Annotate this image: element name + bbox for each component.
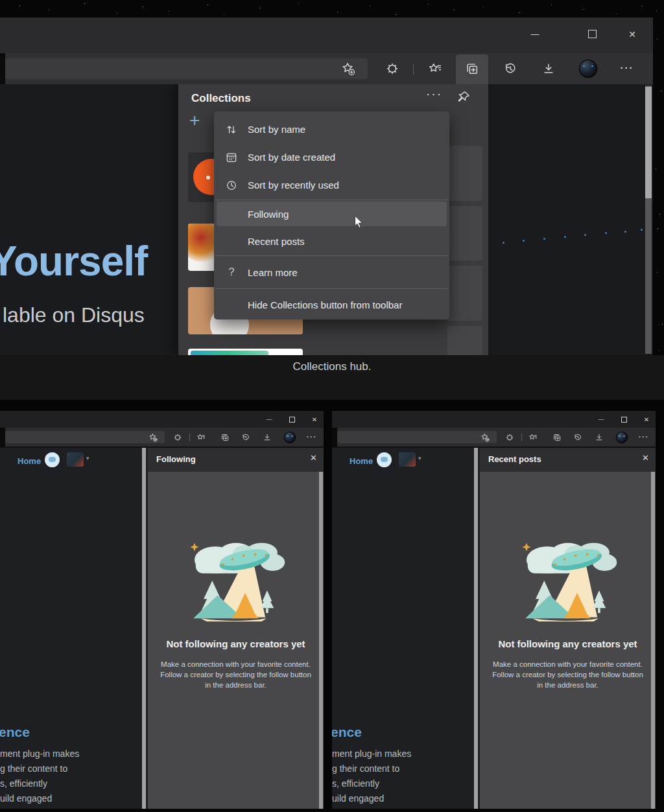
collections-icon (220, 433, 230, 442)
add-favorite-button[interactable] (480, 433, 490, 442)
menu-item-hide-collections[interactable]: Hide Collections button from toolbar (214, 290, 449, 319)
close-icon: ✕ (312, 416, 317, 423)
chevron-down-icon[interactable]: ▾ (86, 455, 89, 461)
browser-toolbar: ··· (0, 428, 324, 447)
webpage-content: Yourself lable on Disqus Collections ··· (0, 84, 653, 355)
settings-more-button[interactable]: ··· (305, 432, 318, 441)
page-scrollbar[interactable] (474, 448, 478, 809)
menu-item-sort-by-recent[interactable]: Sort by recently used (214, 171, 449, 199)
user-avatar[interactable] (399, 452, 416, 467)
avatar-glint (291, 435, 293, 437)
history-icon (241, 433, 250, 442)
extensions-button[interactable] (505, 433, 514, 442)
collection-card[interactable] (447, 146, 482, 201)
webpage-content: Home ▾ ence ment plug-in makes g their c… (0, 448, 148, 809)
maximize-icon (289, 417, 295, 423)
collections-more-button[interactable]: ··· (426, 87, 442, 101)
collection-card[interactable] (447, 326, 482, 355)
menu-item-label: Sort by name (248, 124, 305, 135)
home-link[interactable]: Home (18, 456, 41, 466)
maximize-icon (621, 417, 627, 423)
close-icon: ✕ (310, 453, 317, 463)
page-scrollbar[interactable] (142, 448, 146, 809)
add-favorite-button[interactable] (341, 62, 355, 76)
add-favorite-button[interactable] (148, 433, 158, 442)
comment-bubble-icon[interactable] (377, 452, 392, 467)
maximize-button[interactable] (283, 411, 300, 428)
chevron-down-icon[interactable]: ▾ (418, 455, 421, 461)
history-icon (573, 433, 582, 442)
panel-scrollbar[interactable] (319, 472, 323, 809)
sort-arrows-icon (224, 122, 239, 137)
panel-empty-state: Not following any creators yet Make a co… (480, 472, 656, 809)
panel-close-button[interactable]: ✕ (642, 453, 649, 463)
collections-button[interactable] (552, 433, 562, 442)
profile-avatar[interactable] (579, 60, 597, 78)
close-button[interactable]: ✕ (306, 411, 323, 428)
panel-close-button[interactable]: ✕ (310, 453, 317, 463)
extensions-button[interactable] (173, 433, 182, 442)
page-text-line: uild engaged (332, 793, 384, 804)
maximize-button[interactable] (579, 29, 605, 41)
panel-scrollbar[interactable] (651, 472, 655, 809)
user-avatar[interactable] (67, 452, 84, 467)
close-button[interactable]: ✕ (619, 29, 645, 40)
comment-bubble-icon[interactable] (45, 452, 60, 467)
plus-icon: + (189, 110, 200, 130)
menu-item-learn-more[interactable]: ? Learn more (214, 257, 449, 288)
history-button[interactable] (241, 433, 250, 442)
menu-separator (215, 255, 448, 256)
more-icon: ··· (307, 434, 317, 441)
profile-avatar[interactable] (284, 432, 296, 443)
more-icon: ··· (621, 62, 634, 73)
home-link[interactable]: Home (350, 456, 373, 466)
extensions-button[interactable] (385, 62, 399, 76)
maximize-icon (588, 30, 597, 38)
toolbar-left-edge (332, 428, 337, 447)
collection-card[interactable] (447, 266, 482, 321)
mouse-cursor (354, 215, 364, 229)
panel-title: Recent posts (488, 454, 541, 464)
menu-item-label: Following (248, 209, 289, 220)
pin-panel-button[interactable] (456, 89, 471, 105)
downloads-button[interactable] (263, 433, 272, 442)
address-bar[interactable] (5, 431, 165, 443)
history-button[interactable] (503, 62, 517, 76)
menu-item-sort-by-date[interactable]: Sort by date created (214, 143, 449, 171)
page-scrollbar-thumb[interactable] (645, 87, 652, 198)
calendar-icon (224, 150, 239, 165)
collections-icon (465, 62, 479, 76)
settings-more-button[interactable]: ··· (637, 432, 650, 441)
downloads-button[interactable] (595, 433, 604, 442)
favorites-button[interactable] (196, 433, 206, 442)
close-button[interactable]: ✕ (638, 411, 655, 428)
collections-button[interactable] (465, 62, 479, 76)
address-bar[interactable] (5, 58, 368, 79)
favorites-button[interactable] (528, 433, 538, 442)
settings-more-button[interactable]: ··· (617, 60, 637, 75)
address-bar[interactable] (337, 431, 497, 443)
collection-card[interactable] (447, 206, 482, 261)
maximize-button[interactable] (615, 411, 632, 428)
minimize-button[interactable]: — (261, 411, 278, 428)
history-button[interactable] (573, 433, 582, 442)
new-collection-button[interactable]: + (189, 111, 200, 130)
menu-item-following[interactable]: Following (217, 202, 447, 226)
menu-item-sort-by-name[interactable]: Sort by name (214, 115, 449, 143)
empty-state-heading: Not following any creators yet (148, 638, 324, 649)
page-scrollbar[interactable] (645, 86, 652, 354)
minimize-button[interactable]: — (522, 29, 548, 39)
page-text-line: uild engaged (0, 793, 52, 804)
menu-item-recent-posts[interactable]: Recent posts (214, 227, 449, 255)
minimize-button[interactable]: — (593, 411, 610, 428)
menu-item-label: Hide Collections button from toolbar (248, 299, 402, 310)
collections-button[interactable] (220, 433, 230, 442)
profile-avatar[interactable] (616, 432, 628, 443)
minimize-icon: — (267, 416, 272, 423)
ufo-illustration (516, 528, 619, 623)
favorites-button[interactable] (428, 62, 442, 76)
downloads-button[interactable] (541, 62, 556, 76)
collection-card[interactable] (188, 349, 303, 355)
page-headline: Yourself (0, 237, 147, 285)
pin-icon (456, 90, 471, 104)
